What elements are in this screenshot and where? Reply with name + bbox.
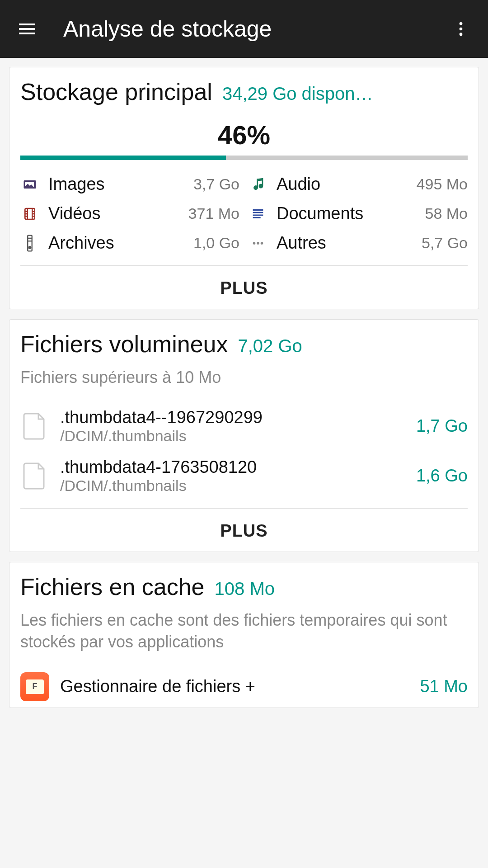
more-horiz-icon	[249, 234, 267, 253]
large-files-card: Fichiers volumineux 7,02 Go Fichiers sup…	[9, 319, 479, 552]
category-archives[interactable]: Archives 1,0 Go	[20, 233, 239, 253]
category-grid: Images 3,7 Go Audio 495 Mo Vidéos 371 Mo	[20, 175, 468, 266]
cache-title: Fichiers en cache	[20, 573, 205, 600]
video-icon	[20, 204, 39, 223]
storage-percent-label: 46%	[20, 120, 468, 150]
cache-card: Fichiers en cache 108 Mo Les fichiers en…	[9, 562, 479, 708]
app-icon: F	[20, 672, 49, 701]
file-path: /DCIM/.thumbnails	[60, 427, 405, 445]
file-info: .thumbdata4-1763508120 /DCIM/.thumbnails	[60, 458, 405, 495]
category-videos[interactable]: Vidéos 371 Mo	[20, 204, 239, 223]
storage-card: Stockage principal 34,29 Go dispon… 46% …	[9, 67, 479, 309]
large-files-total: 7,02 Go	[238, 336, 468, 356]
more-vert-icon	[452, 20, 470, 38]
category-size: 1,0 Go	[193, 234, 239, 252]
app-info: Gestionnaire de fichiers +	[60, 677, 409, 696]
app-name: Gestionnaire de fichiers +	[60, 677, 409, 696]
storage-progress-bar	[20, 156, 468, 160]
file-row[interactable]: .thumbdata4-1763508120 /DCIM/.thumbnails…	[20, 451, 468, 501]
category-label: Documents	[277, 204, 416, 223]
overflow-menu-button[interactable]	[445, 13, 477, 45]
category-images[interactable]: Images 3,7 Go	[20, 175, 239, 194]
category-label: Archives	[48, 233, 184, 253]
large-files-more-button[interactable]: PLUS	[20, 509, 468, 541]
category-label: Images	[48, 175, 184, 194]
music-icon	[249, 175, 267, 194]
category-size: 3,7 Go	[193, 175, 239, 193]
svg-point-16	[253, 242, 256, 245]
app-row[interactable]: F Gestionnaire de fichiers + 51 Mo	[20, 666, 468, 708]
cache-desc: Les fichiers en cache sont des fichiers …	[20, 609, 468, 653]
storage-more-button[interactable]: PLUS	[20, 266, 468, 298]
hamburger-icon	[16, 18, 38, 40]
file-name: .thumbdata4--1967290299	[60, 408, 405, 427]
archive-icon	[20, 234, 39, 253]
file-size: 1,6 Go	[416, 466, 468, 486]
file-row[interactable]: .thumbdata4--1967290299 /DCIM/.thumbnail…	[20, 401, 468, 451]
file-name: .thumbdata4-1763508120	[60, 458, 405, 477]
cache-total: 108 Mo	[215, 579, 468, 599]
category-size: 371 Mo	[188, 205, 239, 222]
category-other[interactable]: Autres 5,7 Go	[249, 233, 468, 253]
svg-point-15	[29, 246, 31, 249]
svg-point-18	[261, 242, 263, 245]
content-area: Stockage principal 34,29 Go dispon… 46% …	[0, 58, 488, 727]
app-header: Analyse de stockage	[0, 0, 488, 58]
large-files-header: Fichiers volumineux 7,02 Go	[20, 330, 468, 358]
document-icon	[249, 204, 267, 223]
category-size: 5,7 Go	[422, 234, 468, 252]
storage-progress-fill	[20, 156, 226, 160]
category-documents[interactable]: Documents 58 Mo	[249, 204, 468, 223]
app-size: 51 Mo	[420, 677, 468, 696]
file-icon	[20, 462, 49, 491]
svg-point-17	[257, 242, 259, 245]
cache-header: Fichiers en cache 108 Mo	[20, 573, 468, 600]
storage-title: Stockage principal	[20, 78, 212, 105]
file-path: /DCIM/.thumbnails	[60, 477, 405, 495]
page-title: Analyse de stockage	[63, 16, 445, 42]
large-files-desc: Fichiers supérieurs à 10 Mo	[20, 367, 468, 389]
svg-point-0	[460, 22, 463, 25]
category-label: Vidéos	[48, 204, 179, 223]
storage-available: 34,29 Go dispon…	[222, 84, 468, 104]
svg-point-2	[460, 33, 463, 36]
category-label: Audio	[277, 175, 408, 194]
large-files-title: Fichiers volumineux	[20, 330, 228, 358]
file-icon	[20, 412, 49, 441]
image-icon	[20, 175, 39, 194]
file-info: .thumbdata4--1967290299 /DCIM/.thumbnail…	[60, 408, 405, 445]
category-audio[interactable]: Audio 495 Mo	[249, 175, 468, 194]
menu-button[interactable]	[11, 13, 43, 45]
category-size: 495 Mo	[417, 175, 468, 193]
file-size: 1,7 Go	[416, 416, 468, 436]
storage-card-header: Stockage principal 34,29 Go dispon…	[20, 78, 468, 105]
category-size: 58 Mo	[425, 205, 468, 222]
category-label: Autres	[277, 233, 413, 253]
svg-point-1	[460, 28, 463, 31]
